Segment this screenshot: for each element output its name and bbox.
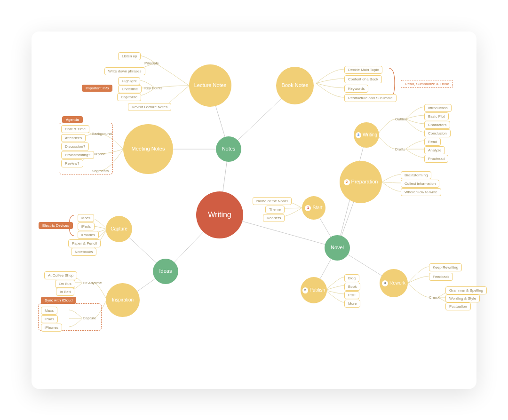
inspiration-node[interactable]: Inspiration xyxy=(106,283,140,317)
conclusion-leaf[interactable]: Conclusion xyxy=(424,129,451,137)
rework-node[interactable]: 4 Rework xyxy=(380,269,408,297)
paper-pencil-leaf[interactable]: Paper & Pencil xyxy=(68,239,101,247)
principle-label: Principle xyxy=(144,61,159,65)
mindmap-canvas[interactable]: Writing Notes Ideas Novel Lecture Notes … xyxy=(32,32,476,389)
notes-label: Notes xyxy=(222,146,236,152)
ipads-leaf[interactable]: iPads xyxy=(78,222,95,230)
sync-icloud-tag: Sync with iCloud xyxy=(41,297,76,304)
ideas-hub[interactable]: Ideas xyxy=(153,259,178,284)
brainstorming2-leaf[interactable]: Brainstorming xyxy=(401,171,431,179)
basic-plot-leaf[interactable]: Basic Plot xyxy=(424,112,449,120)
highlight-leaf[interactable]: Highlight xyxy=(118,77,140,85)
wording-leaf[interactable]: Wording & Style xyxy=(445,294,480,302)
in-bed-leaf[interactable]: In Bed xyxy=(56,288,74,296)
start-num: 1 xyxy=(305,205,311,211)
outline-label: Outline xyxy=(395,117,407,121)
theme-leaf[interactable]: Theme xyxy=(265,206,285,214)
content-book-leaf[interactable]: Content of a Book xyxy=(344,75,382,83)
lecture-node[interactable]: Lecture Notes xyxy=(189,64,231,107)
readers-leaf[interactable]: Readers xyxy=(263,214,285,222)
writing-label: Writing xyxy=(363,132,377,138)
start-node[interactable]: 1 Start xyxy=(302,196,325,220)
icloud-iphones-leaf[interactable]: iPhones xyxy=(41,324,62,332)
writing-num: 3 xyxy=(356,132,361,138)
lecture-label: Lecture Notes xyxy=(194,82,226,88)
start-label: Start xyxy=(312,205,322,211)
notebooks-leaf[interactable]: Notebooks xyxy=(71,248,96,256)
proofread-leaf[interactable]: Proofread xyxy=(424,155,448,163)
underline-leaf[interactable]: Underline xyxy=(118,85,142,93)
keywords-leaf[interactable]: Keywords xyxy=(344,85,368,93)
publish-node[interactable]: 5 Publish xyxy=(301,277,327,303)
coffee-shop-leaf[interactable]: At Coffee Shop xyxy=(44,271,77,279)
writing-node[interactable]: 3 Writing xyxy=(354,122,379,148)
meeting-label: Meeting Notes xyxy=(132,146,165,152)
characters-leaf[interactable]: Characters xyxy=(424,121,450,129)
root-node[interactable]: Writing xyxy=(196,191,243,238)
publish-label: Publish xyxy=(310,287,325,293)
segments-label: Segments xyxy=(92,169,109,173)
collect-info-leaf[interactable]: Collect information xyxy=(401,180,439,188)
drafts-label: Drafts xyxy=(395,147,405,151)
prep-num: 2 xyxy=(344,179,350,185)
capitalize-leaf[interactable]: Capitalize xyxy=(117,93,141,101)
inspiration-label: Inspiration xyxy=(112,297,134,303)
icloud-capture-label: Capture xyxy=(83,316,96,320)
name-novel-leaf[interactable]: Name of the Nobel xyxy=(253,197,292,205)
intro-leaf[interactable]: Introduction xyxy=(424,104,452,112)
electric-devices-tag: Electric Devices xyxy=(39,222,73,229)
write-phrases-leaf[interactable]: Write down phrases xyxy=(104,67,145,75)
read-summarize-tag: Read, Summarize & Think xyxy=(401,80,453,88)
novel-label: Novel xyxy=(331,245,344,251)
background-label: Background xyxy=(92,132,112,136)
icloud-macs-leaf[interactable]: Macs xyxy=(41,307,57,315)
blog-leaf[interactable]: Blog xyxy=(344,274,359,282)
brainstorming-leaf[interactable]: Brainstorming? xyxy=(61,151,94,159)
capture-node[interactable]: Capture xyxy=(106,216,132,242)
book2-leaf[interactable]: Book xyxy=(344,283,360,291)
listen-up-leaf[interactable]: Listen up xyxy=(118,52,141,60)
review-leaf[interactable]: Review? xyxy=(61,159,83,167)
rework-num: 4 xyxy=(382,280,388,286)
more-leaf[interactable]: More xyxy=(344,300,360,308)
read-leaf[interactable]: Read xyxy=(424,138,441,146)
agenda-tag: Agenda xyxy=(62,116,83,123)
feedback-leaf[interactable]: Feedback xyxy=(429,273,453,281)
where-how-leaf[interactable]: Where/How to write xyxy=(401,188,441,196)
keypoints-label: Key Points xyxy=(144,86,162,90)
check-label: Check xyxy=(429,295,440,300)
date-time-leaf[interactable]: Date & Time xyxy=(61,125,89,133)
book-node[interactable]: Book Notes xyxy=(276,67,314,104)
publish-num: 5 xyxy=(302,287,308,293)
preparation-node[interactable]: 2 Preparation xyxy=(340,161,382,203)
hit-anytime-label: Hit Anytime xyxy=(83,281,102,285)
iphones-leaf[interactable]: iPhones xyxy=(78,231,99,239)
restructure-leaf[interactable]: Restructure and Sublimate xyxy=(344,94,397,102)
capture-label: Capture xyxy=(111,226,127,232)
important-info-tag: Important Info xyxy=(82,85,112,92)
icloud-ipads-leaf[interactable]: iPads xyxy=(41,315,58,323)
punctuation-leaf[interactable]: Puctuation xyxy=(445,302,471,310)
grammar-leaf[interactable]: Grammar & Spelling xyxy=(445,286,487,294)
decide-topic-leaf[interactable]: Decide Main Topic xyxy=(344,66,382,74)
macs-leaf[interactable]: Macs xyxy=(78,214,94,222)
notes-hub[interactable]: Notes xyxy=(216,136,241,162)
attendees-leaf[interactable]: Attendees xyxy=(61,134,86,142)
revisit-leaf[interactable]: Revisit Lecture Notes xyxy=(128,103,171,111)
analyze-leaf[interactable]: Analyze xyxy=(424,146,445,154)
pdf-leaf[interactable]: PDF xyxy=(344,291,359,299)
on-bus-leaf[interactable]: On Bus xyxy=(55,280,75,288)
ideas-label: Ideas xyxy=(159,268,172,274)
discussion-leaf[interactable]: Discussion? xyxy=(61,143,89,151)
book-label: Book Notes xyxy=(282,82,309,88)
root-label: Writing xyxy=(208,210,231,219)
prep-label: Preparation xyxy=(351,179,378,185)
novel-hub[interactable]: Novel xyxy=(325,235,350,261)
keep-rewriting-leaf[interactable]: Keep Rewriting xyxy=(429,263,462,271)
rework-label: Rework xyxy=(389,280,405,286)
meeting-node[interactable]: Meeting Notes xyxy=(123,124,173,174)
